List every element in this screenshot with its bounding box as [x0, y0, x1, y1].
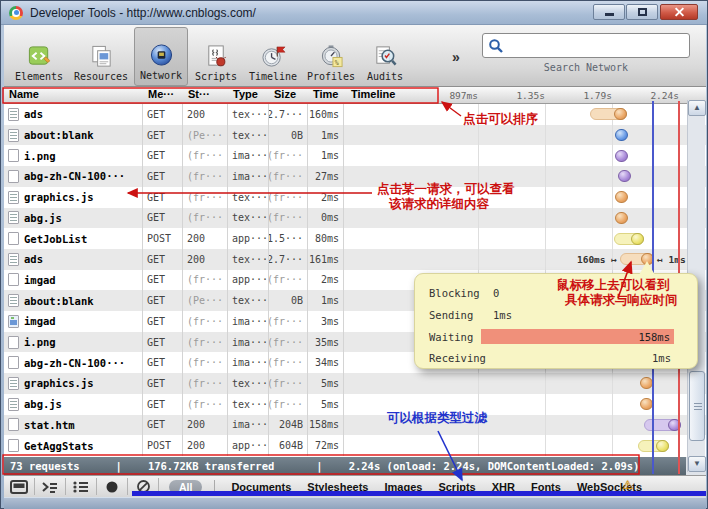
method-cell: GET [143, 125, 183, 146]
maximize-button[interactable] [626, 4, 658, 20]
table-row[interactable]: graphics.jsGET(fr···tex···(fr···2ms [4, 187, 706, 208]
timing-tooltip: Blocking 0 Sending 1ms Waiting 158ms Rec… [414, 273, 698, 369]
column-header-type[interactable]: Type [228, 88, 258, 100]
document-file-icon [8, 232, 19, 245]
tab-scripts[interactable]: Scripts [188, 27, 244, 86]
record-button[interactable] [97, 478, 128, 495]
svg-text:%: % [334, 59, 338, 67]
table-row[interactable]: GetJobListPOST200app···1.5···80ms [4, 228, 706, 249]
minimize-button[interactable] [593, 4, 625, 20]
time-cell: 2ms [308, 187, 344, 208]
request-name-cell: abg.js [4, 394, 143, 415]
table-row[interactable]: abg.jsGET(fr···tex···(fr···5ms [4, 394, 706, 415]
table-row[interactable]: abg.jsGET(fr···tex···(fr···0ms [4, 208, 706, 229]
request-name: abg-zh-CN-100··· [24, 170, 125, 182]
tab-audits[interactable]: Audits [360, 27, 410, 86]
table-row[interactable]: GetAggStatsPOST200app···604B72ms [4, 435, 706, 456]
tab-resources[interactable]: Resources [68, 27, 134, 86]
request-name-cell: ads [4, 104, 143, 125]
request-name-cell: graphics.js [4, 373, 143, 394]
timeline-marker[interactable] [615, 129, 628, 141]
column-header-name[interactable]: Name [4, 88, 39, 100]
timeline-marker[interactable] [614, 233, 644, 245]
tooltip-label: Sending [429, 309, 493, 321]
scroll-down-button[interactable]: ▼ [688, 456, 706, 472]
size-cell: 0B [269, 290, 308, 311]
show-console-button[interactable] [4, 478, 35, 495]
toolbar-overflow-chevron[interactable]: » [452, 49, 460, 65]
tooltip-value: 0 [493, 287, 499, 299]
type-cell: tex··· [228, 373, 269, 394]
time-cell: 5ms [308, 373, 344, 394]
window-title: Developer Tools - http://www.cnblogs.com… [30, 6, 256, 20]
status-cell: 200 [183, 228, 228, 249]
method-cell: GET [143, 311, 183, 332]
elements-icon [27, 44, 52, 69]
method-cell: POST [143, 228, 183, 249]
console-prompt-button[interactable] [35, 478, 66, 495]
column-header-size[interactable]: Size [269, 88, 296, 100]
status-cell: (fr··· [183, 352, 228, 373]
tooltip-label: Blocking [429, 287, 493, 299]
dock-view-button[interactable] [66, 478, 97, 495]
scroll-up-button[interactable]: ▲ [688, 100, 706, 116]
type-cell: ima··· [228, 311, 269, 332]
table-row[interactable]: adsGET200tex···2.7···161ms160ms ↦↤ 1ms [4, 249, 706, 270]
column-header-timeline[interactable]: Timeline [346, 88, 395, 100]
request-name-cell: abg-zh-CN-100··· [4, 166, 143, 187]
table-row[interactable]: abg-zh-CN-100···GET(fr···ima···(fr···27m… [4, 166, 706, 187]
timeline-marker[interactable] [615, 212, 628, 224]
request-name-cell: abg.js [4, 208, 143, 229]
timeline-marker[interactable] [615, 150, 628, 162]
status-separator: | [116, 460, 122, 472]
time-cell: 1ms [308, 290, 344, 311]
scrollbar-thumb[interactable] [689, 371, 705, 441]
timeline-marker[interactable] [615, 191, 628, 203]
timeline-marker[interactable] [618, 170, 631, 182]
timeline-tick: 1.79s [562, 90, 612, 101]
title-bar: Developer Tools - http://www.cnblogs.com… [1, 1, 707, 25]
document-file-icon [8, 356, 19, 369]
tab-timeline[interactable]: Timeline [244, 27, 302, 86]
time-cell: 2ms [308, 270, 344, 291]
request-name: abg.js [24, 398, 62, 410]
size-cell: (fr··· [269, 270, 308, 291]
time-cell: 35ms [308, 332, 344, 353]
search-input[interactable] [507, 36, 685, 55]
method-cell: GET [143, 145, 183, 166]
time-cell: 0ms [308, 208, 344, 229]
column-header-time[interactable]: Time [308, 88, 338, 100]
request-name-cell: i.png [4, 145, 143, 166]
tab-elements[interactable]: Elements [10, 27, 68, 86]
tab-label: Audits [367, 71, 403, 82]
time-cell: 34ms [308, 352, 344, 373]
method-cell: GET [143, 166, 183, 187]
column-header-status[interactable]: St··· [183, 88, 210, 100]
table-row[interactable]: adsGET200tex···2.7···160ms [4, 104, 706, 125]
size-cell: (fr··· [269, 208, 308, 229]
table-row[interactable]: about:blankGET(Pe···tex···0B1ms [4, 125, 706, 146]
close-button[interactable] [660, 4, 698, 20]
type-cell: tex··· [228, 104, 269, 125]
type-cell: app··· [228, 228, 269, 249]
size-cell: 204B [269, 415, 308, 436]
time-cell: 160ms [308, 104, 344, 125]
request-name: abg-zh-CN-100··· [24, 357, 125, 369]
column-header-method[interactable]: Me··· [143, 88, 174, 100]
close-icon [674, 7, 685, 18]
table-row[interactable]: i.pngGET(fr···ima···(fr···1ms [4, 145, 706, 166]
request-name-cell: imgad [4, 270, 143, 291]
tab-network[interactable]: Network [134, 27, 188, 86]
time-cell: 72ms [308, 435, 344, 456]
document-file-icon [8, 170, 19, 183]
document-file-icon [8, 398, 19, 411]
tab-label: Resources [74, 71, 128, 82]
request-count: 73 requests [10, 460, 80, 472]
tab-profiles[interactable]: % Profiles [302, 27, 360, 86]
status-separator: | [316, 460, 322, 472]
timeline-marker[interactable] [590, 108, 627, 120]
timeline-marker[interactable] [644, 419, 681, 431]
timeline-marker-dot [614, 108, 627, 120]
table-row[interactable]: stat.htmGET200ima···204B158ms [4, 415, 706, 436]
table-row[interactable]: graphics.jsGET(fr···tex···(fr···5ms [4, 373, 706, 394]
